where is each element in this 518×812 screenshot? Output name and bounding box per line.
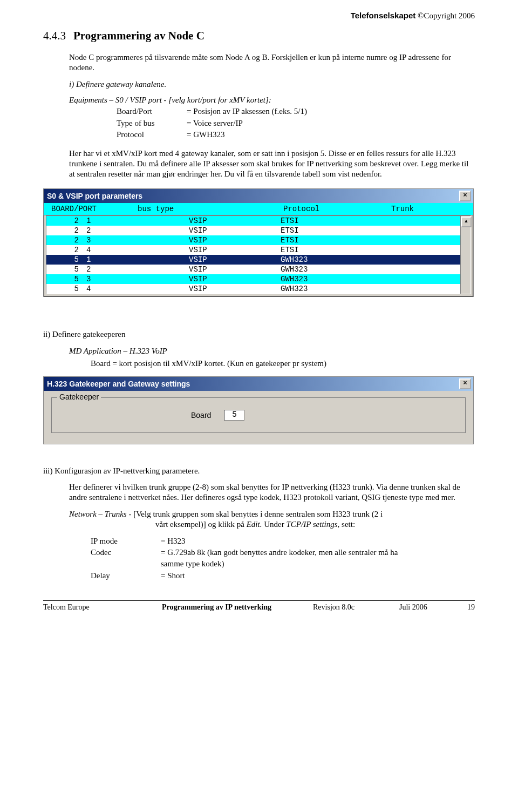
table-row[interactable]: 24VSIPETSI bbox=[46, 245, 471, 255]
section-number: 4.4.3 bbox=[43, 29, 66, 42]
scroll-up-icon[interactable]: ▲ bbox=[461, 216, 472, 227]
cell-bustype: VSIP bbox=[119, 255, 281, 264]
col-trunk: Trunk bbox=[391, 205, 473, 213]
kv-key: Type of bus bbox=[117, 118, 187, 128]
cell-port: 2 bbox=[86, 226, 119, 235]
vsip-table: 21VSIPETSI22VSIPETSI23VSIPETSI24VSIPETSI… bbox=[46, 215, 471, 294]
cell-bustype: VSIP bbox=[119, 236, 281, 245]
gateway-paragraph: Her har vi et xMV/xIP kort med 4 gateway… bbox=[69, 148, 475, 179]
cell-bustype: VSIP bbox=[119, 285, 281, 293]
cell-protocol: GWH323 bbox=[281, 265, 378, 274]
nt-edit: Edit. bbox=[247, 520, 262, 529]
kv-key: Board/Port bbox=[117, 106, 187, 117]
step-i: i) Definere gateway kanalene. bbox=[69, 79, 475, 90]
kv-val: = GWH323 bbox=[187, 129, 225, 140]
cell-protocol: GWH323 bbox=[281, 285, 378, 293]
cell-bustype: VSIP bbox=[119, 226, 281, 235]
board-input[interactable]: 5 bbox=[224, 410, 244, 421]
cell-port: 2 bbox=[86, 265, 119, 274]
col-bustype: bus type bbox=[138, 205, 283, 213]
cell-port: 1 bbox=[86, 255, 119, 264]
section-heading: Programmering av Node C bbox=[73, 29, 205, 42]
kv-key: Protocol bbox=[117, 129, 187, 140]
board-line: Board = kort posisjon til xMV/xIP kortet… bbox=[91, 358, 475, 369]
cell-board: 5 bbox=[54, 285, 86, 293]
page-footer: Telcom Europe Programmering av IP nettve… bbox=[43, 603, 475, 612]
gatekeeper-titlebar[interactable]: H.323 Gatekeeper and Gateway settings × bbox=[44, 377, 473, 391]
equipments-line: Equipments – S0 / VSIP port - [velg kort… bbox=[69, 96, 271, 104]
scrollbar[interactable]: ▲ bbox=[460, 216, 471, 294]
cell-protocol: GWH323 bbox=[281, 255, 378, 264]
vsip-header-row: BOARD/PORT bus type Protocol Trunk bbox=[44, 203, 473, 215]
table-row[interactable]: 53VSIPGWH323 bbox=[46, 274, 471, 284]
section-title: 4.4.3Programmering av Node C bbox=[43, 29, 475, 43]
vsip-titlebar[interactable]: S0 & VSIP port parameters × bbox=[44, 189, 473, 203]
kv-val: = Short bbox=[161, 570, 185, 581]
vsip-window: S0 & VSIP port parameters × BOARD/PORT b… bbox=[43, 188, 474, 297]
cell-port: 4 bbox=[86, 285, 119, 293]
cell-port: 1 bbox=[86, 216, 119, 225]
table-row[interactable]: 51VSIPGWH323 bbox=[46, 255, 471, 265]
cell-bustype: VSIP bbox=[119, 216, 281, 225]
kv-val: samme type kodek) bbox=[161, 558, 224, 569]
cell-port: 3 bbox=[86, 236, 119, 245]
cell-trunk bbox=[378, 255, 471, 264]
table-row[interactable]: 21VSIPETSI bbox=[46, 216, 471, 226]
nt-tcp: TCP/IP settings, bbox=[286, 520, 339, 529]
cell-trunk bbox=[378, 285, 471, 293]
cell-trunk bbox=[378, 216, 471, 225]
cell-board: 2 bbox=[54, 246, 86, 254]
table-row[interactable]: 52VSIPGWH323 bbox=[46, 265, 471, 274]
footer-pagenum: 19 bbox=[459, 603, 475, 612]
cell-trunk bbox=[378, 236, 471, 245]
footer-revision: Revisjon 8.0c bbox=[313, 603, 399, 612]
kv-key bbox=[91, 558, 161, 569]
cell-port: 4 bbox=[86, 246, 119, 254]
settings-block: IP mode= H323 Codec= G.729ab 8k (kan god… bbox=[91, 536, 475, 581]
copyright: ©Copyright 2006 bbox=[415, 11, 475, 20]
footer-company: Telcom Europe bbox=[43, 603, 162, 612]
table-row[interactable]: 54VSIPGWH323 bbox=[46, 284, 471, 294]
network-trunks: Network – Trunks - [Velg trunk gruppen s… bbox=[69, 509, 475, 530]
nt-part1: [Velg trunk gruppen som skal benyttes i … bbox=[133, 510, 383, 518]
vsip-title: S0 & VSIP port parameters bbox=[47, 192, 142, 200]
kv-val: = Posisjon av IP aksessen (f.eks. 5/1) bbox=[187, 106, 307, 117]
close-icon[interactable]: × bbox=[459, 191, 471, 201]
footer-divider bbox=[43, 600, 475, 601]
cell-port: 3 bbox=[86, 275, 119, 283]
step-ii: ii) Definere gatekeeperen bbox=[43, 329, 475, 340]
cell-protocol: ETSI bbox=[281, 236, 378, 245]
kv-key: IP mode bbox=[91, 536, 161, 546]
cell-protocol: ETSI bbox=[281, 226, 378, 235]
nt-sett: sett: bbox=[339, 520, 355, 529]
cell-board: 2 bbox=[54, 226, 86, 235]
cell-board: 2 bbox=[54, 236, 86, 245]
cell-board: 5 bbox=[54, 255, 86, 264]
table-row[interactable]: 23VSIPETSI bbox=[46, 235, 471, 245]
network-trunks-label: Network – Trunks - bbox=[69, 510, 133, 518]
board-label: Board bbox=[191, 411, 211, 419]
page-header: Telefonselskapet ©Copyright 2006 bbox=[43, 11, 475, 21]
cell-protocol: GWH323 bbox=[281, 275, 378, 283]
cell-trunk bbox=[378, 246, 471, 254]
footer-date: Juli 2006 bbox=[399, 603, 459, 612]
table-row[interactable]: 22VSIPETSI bbox=[46, 226, 471, 235]
footer-doc-title: Programmering av IP nettverking bbox=[162, 603, 313, 612]
kv-val: = G.729ab 8k (kan godt benyttes andre ko… bbox=[161, 547, 398, 558]
kv-val: = Voice server/IP bbox=[187, 118, 243, 128]
cell-trunk bbox=[378, 265, 471, 274]
kv-key: Codec bbox=[91, 547, 161, 558]
close-icon[interactable]: × bbox=[459, 378, 471, 389]
md-application: MD Application – H.323 VoIP bbox=[69, 346, 475, 356]
cell-board: 2 bbox=[54, 216, 86, 225]
equipment-block: Equipments – S0 / VSIP port - [velg kort… bbox=[69, 96, 475, 140]
step-iii: iii) Konfigurasjon av IP-nettverking par… bbox=[43, 466, 475, 476]
groupbox-label: Gatekeeper bbox=[57, 393, 101, 401]
gatekeeper-title: H.323 Gatekeeper and Gateway settings bbox=[47, 380, 190, 388]
nt-under: Under bbox=[262, 520, 286, 529]
cell-trunk bbox=[378, 226, 471, 235]
cell-board: 5 bbox=[54, 265, 86, 274]
gatekeeper-groupbox: Gatekeeper Board 5 bbox=[51, 397, 466, 433]
col-protocol: Protocol bbox=[283, 205, 391, 213]
cell-board: 5 bbox=[54, 275, 86, 283]
